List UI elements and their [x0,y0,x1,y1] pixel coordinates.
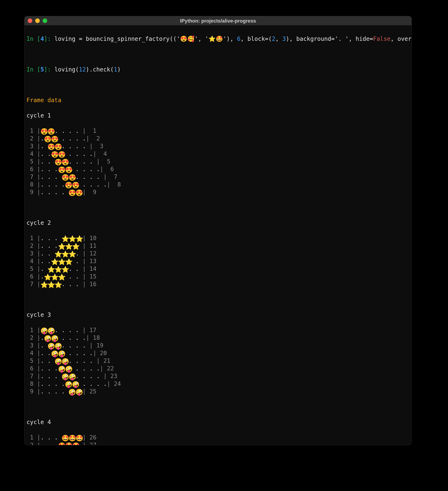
frame-row: 5 |. . 😍😍. . . . | 5 [27,158,410,165]
cycle-2-rows: 1 |. . . ⭐⭐⭐| 10 2 |. . .⭐⭐⭐ | 11 3 |. .… [27,234,410,288]
frame-row: 6 |.⭐⭐⭐ . . | 15 [27,273,410,280]
input-line-5: In [5]: loving(12).check(1) [27,66,410,73]
frame-row: 6 |. . .😍😍 . . . .| 6 [27,165,410,173]
frame-row: 7 |⭐⭐⭐. . . | 16 [27,280,410,288]
input-line-4: In [4]: loving = bouncing_spinner_factor… [27,35,410,43]
frame-row: 3 |. . ⭐⭐⭐. | 12 [27,250,410,257]
minimize-icon[interactable] [35,19,40,23]
frame-row: 9 |. . . . 🤪🤪| 25 [27,388,410,395]
zoom-icon[interactable] [43,19,47,23]
frame-row: 2 |. . .🤩🤩🤩 | 27 [27,441,410,445]
cycle-1-heading: cycle 1 [27,112,410,119]
cycle-4-heading: cycle 4 [27,418,410,426]
frame-row: 3 |. 😍😍. . . . | 3 [27,142,410,150]
frame-row: 7 |. . . 😍😍. . . . | 7 [27,173,410,181]
frame-row: 8 |. . . .😍😍 . . . .| 8 [27,181,410,188]
frame-row: 1 |🤪🤪. . . . | 17 [27,326,410,334]
titlebar: IPython: projects/alive-progress [24,16,411,25]
frame-row: 1 |. . . ⭐⭐⭐| 10 [27,234,410,242]
close-icon[interactable] [28,19,32,23]
frame-row: 2 |.🤪🤪 . . . .| 18 [27,334,410,342]
frame-row: 5 |. . 🤪🤪. . . . | 21 [27,357,410,365]
cycle-3-heading: cycle 3 [27,311,410,319]
frame-row: 5 |. ⭐⭐⭐. . | 14 [27,265,410,273]
frame-row: 4 |. .⭐⭐⭐ . | 13 [27,257,410,265]
traffic-lights [28,19,47,23]
cycle-4-rows: 1 |. . . 🤩🤩🤩| 26 2 |. . .🤩🤩🤩 | 27 3 |. .… [27,434,410,445]
cycle-3-rows: 1 |🤪🤪. . . . | 17 2 |.🤪🤪 . . . .| 18 3 |… [27,326,410,395]
frame-row: 9 |. . . . 😍😍| 9 [27,188,410,196]
cycle-1-rows: 1 |😍😍. . . . | 1 2 |.😍😍 . . . .| 2 3 |. … [27,127,410,196]
cycle-2-heading: cycle 2 [27,219,410,227]
terminal-window: IPython: projects/alive-progress In [4]:… [24,16,411,445]
frame-row: 7 |. . . 🤪🤪. . . . | 23 [27,372,410,380]
frame-row: 3 |. 🤪🤪. . . . | 19 [27,342,410,349]
frame-row: 4 |. .😍😍 . . . .| 4 [27,150,410,158]
frame-row: 2 |.😍😍 . . . .| 2 [27,135,410,142]
frame-row: 6 |. . .🤪🤪 . . . .| 22 [27,365,410,372]
frame-row: 2 |. . .⭐⭐⭐ | 11 [27,242,410,250]
frame-row: 8 |. . . .🤪🤪 . . . .| 24 [27,380,410,388]
window-title: IPython: projects/alive-progress [24,17,411,25]
frame-row: 1 |😍😍. . . . | 1 [27,127,410,135]
frame-row: 1 |. . . 🤩🤩🤩| 26 [27,434,410,441]
frame-row: 4 |. .🤪🤪 . . . .| 20 [27,349,410,357]
terminal-body[interactable]: In [4]: loving = bouncing_spinner_factor… [24,25,411,445]
frame-data-heading: Frame data [27,96,410,104]
